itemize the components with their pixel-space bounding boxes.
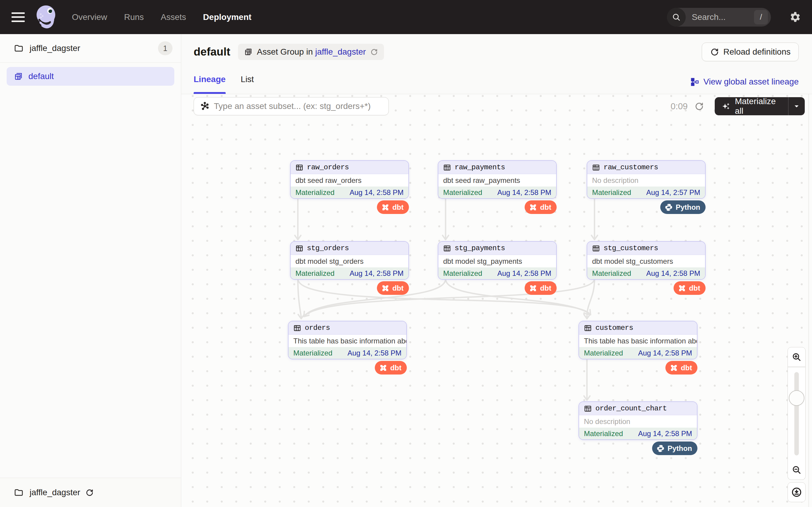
zoom-in-icon [792, 352, 802, 362]
materialize-dropdown-button[interactable] [789, 102, 805, 110]
materialize-all-label: Materialize all [735, 97, 781, 116]
settings-gear-icon[interactable] [789, 11, 801, 23]
asset-node-header: order_count_chart [579, 402, 697, 415]
refresh-icon[interactable] [85, 488, 94, 497]
compute-kind-label: dbt [390, 363, 401, 372]
asset-node-header: stg_orders [291, 242, 408, 255]
asset-node-raw_orders[interactable]: raw_orders dbt seed raw_orders Materiali… [290, 160, 409, 199]
asset-group-icon [244, 48, 253, 56]
asset-node-footer: Materialized Aug 14, 2:58 PM [579, 347, 697, 359]
zoom-slider-knob[interactable] [789, 390, 804, 406]
dbt-logo-icon [529, 284, 538, 292]
asset-subset-filter-input[interactable]: Type an asset subset... (ex: stg_orders+… [194, 97, 389, 115]
reload-definitions-label: Reload definitions [723, 47, 791, 57]
materialized-timestamp[interactable]: Aug 14, 2:58 PM [497, 269, 551, 278]
asset-node-order_count_chart[interactable]: order_count_chart No description Materia… [578, 401, 698, 440]
sidebar-item-default-group[interactable]: default [7, 67, 174, 86]
search-icon [667, 8, 686, 26]
dbt-badge: dbt [525, 201, 557, 214]
materialized-timestamp[interactable]: Aug 14, 2:58 PM [347, 349, 401, 357]
asset-node-raw_payments[interactable]: raw_payments dbt seed raw_payments Mater… [438, 160, 557, 199]
lineage-graph-icon [690, 77, 699, 86]
materialized-timestamp[interactable]: Aug 14, 2:58 PM [497, 188, 551, 197]
sidebar-repo-row[interactable]: jaffle_dagster 1 [0, 34, 181, 63]
reload-definitions-button[interactable]: Reload definitions [702, 43, 799, 61]
materialized-timestamp[interactable]: Aug 14, 2:58 PM [638, 430, 692, 438]
global-search-input[interactable]: Search... / [667, 8, 771, 26]
nav-links: Overview Runs Assets Deployment [72, 12, 251, 22]
asset-node-raw_customers[interactable]: raw_customers No description Materialize… [587, 160, 706, 199]
materialized-status: Materialized [443, 269, 482, 278]
materialized-status: Materialized [295, 269, 335, 278]
table-icon [592, 164, 600, 171]
nav-runs[interactable]: Runs [124, 12, 144, 22]
compute-kind-label: dbt [392, 284, 404, 292]
asset-node-description: This table has basic information about .… [289, 335, 406, 347]
asset-graph-filter-icon [200, 101, 210, 111]
asset-group-pill: Asset Group in jaffle_dagster [238, 44, 384, 60]
nav-deployment[interactable]: Deployment [203, 12, 251, 22]
asset-node-description: No description [587, 174, 705, 186]
dbt-badge: dbt [674, 281, 706, 295]
asset-group-icon [14, 72, 23, 81]
zoom-slider-track[interactable] [795, 372, 799, 455]
sidebar-footer-repo-label: jaffle_dagster [30, 488, 80, 497]
compute-kind-label: dbt [540, 284, 551, 292]
compute-kind-label: Python [676, 203, 700, 212]
asset-node-stg_payments[interactable]: stg_payments dbt model stg_payments Mate… [438, 241, 557, 280]
tab-lineage[interactable]: Lineage [194, 74, 226, 94]
refresh-icon[interactable] [694, 101, 704, 111]
dagster-logo-icon[interactable] [35, 4, 59, 31]
materialized-timestamp[interactable]: Aug 14, 2:57 PM [646, 188, 700, 197]
lineage-graph-canvas[interactable]: Type an asset subset... (ex: stg_orders+… [181, 94, 812, 507]
tab-list[interactable]: List [241, 74, 254, 94]
search-shortcut-key: / [754, 10, 768, 24]
asset-node-footer: Materialized Aug 14, 2:58 PM [291, 267, 408, 279]
zoom-out-button[interactable] [788, 460, 806, 480]
nav-assets[interactable]: Assets [161, 12, 186, 22]
asset-node-footer: Materialized Aug 14, 2:58 PM [291, 186, 408, 198]
refresh-timer: 0:09 [671, 101, 688, 111]
asset-node-stg_orders[interactable]: stg_orders dbt model stg_orders Material… [290, 241, 409, 280]
materialized-timestamp[interactable]: Aug 14, 2:58 PM [646, 269, 700, 278]
reload-icon [710, 47, 719, 56]
recenter-view-button[interactable] [788, 482, 806, 502]
sparkles-icon [721, 101, 731, 111]
search-placeholder: Search... [692, 12, 754, 22]
hamburger-menu-icon[interactable] [11, 12, 25, 22]
python-logo-icon [665, 203, 673, 212]
asset-node-orders[interactable]: orders This table has basic information … [288, 321, 407, 359]
folder-icon [14, 488, 23, 497]
materialized-status: Materialized [295, 188, 335, 197]
materialized-timestamp[interactable]: Aug 14, 2:58 PM [350, 188, 404, 197]
dbt-badge: dbt [665, 361, 698, 375]
refresh-icon[interactable] [370, 48, 378, 56]
asset-node-name: customers [595, 324, 633, 332]
dbt-logo-icon [381, 284, 390, 292]
zoom-in-button[interactable] [788, 347, 806, 367]
materialized-timestamp[interactable]: Aug 14, 2:58 PM [638, 349, 692, 357]
zoom-slider[interactable] [788, 367, 806, 460]
asset-node-stg_customers[interactable]: stg_customers dbt model stg_customers Ma… [587, 241, 706, 280]
materialize-all-button[interactable]: Materialize all [715, 97, 805, 115]
asset-node-header: raw_customers [587, 161, 705, 174]
dbt-logo-icon [379, 363, 388, 372]
table-icon [443, 244, 451, 252]
asset-node-footer: Materialized Aug 14, 2:58 PM [579, 428, 697, 439]
scrollbar-gutter[interactable] [808, 94, 809, 507]
repo-link[interactable]: jaffle_dagster [315, 47, 366, 57]
asset-node-header: customers [579, 321, 697, 335]
asset-node-description: dbt seed raw_orders [291, 174, 408, 186]
table-icon [592, 244, 600, 252]
materialized-status: Materialized [293, 349, 332, 357]
view-global-asset-lineage-link[interactable]: View global asset lineage [690, 77, 799, 87]
materialized-timestamp[interactable]: Aug 14, 2:58 PM [350, 269, 404, 278]
sidebar-footer: jaffle_dagster [0, 478, 181, 507]
materialized-status: Materialized [584, 430, 623, 438]
nav-overview[interactable]: Overview [72, 12, 107, 22]
dbt-logo-icon [678, 284, 686, 292]
asset-node-description: dbt model stg_orders [291, 255, 408, 267]
sidebar-item-label: default [29, 71, 54, 81]
dbt-logo-icon [670, 363, 678, 372]
asset-node-customers[interactable]: customers This table has basic informati… [578, 321, 698, 359]
